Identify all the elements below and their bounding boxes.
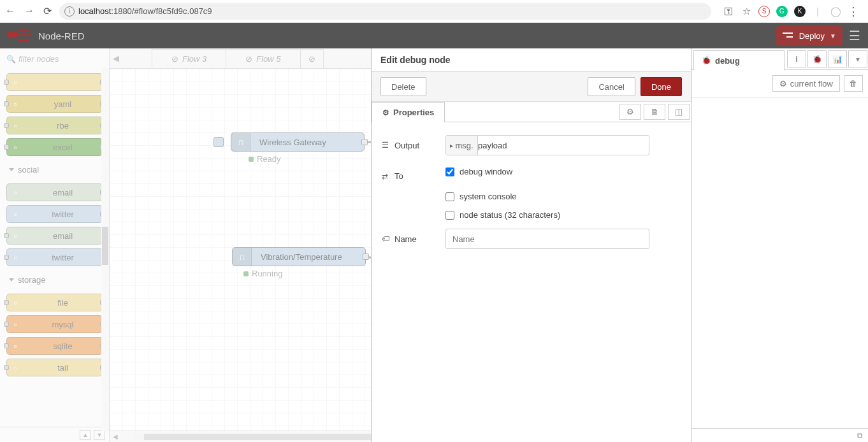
palette-node-twitter[interactable]: ▫twitter bbox=[6, 205, 103, 223]
deploy-label: Deploy bbox=[799, 31, 825, 41]
palette-node-email[interactable]: ▫email bbox=[6, 227, 103, 245]
app-title: Node-RED bbox=[38, 31, 85, 41]
palette-node-file[interactable]: ▫file bbox=[6, 294, 103, 311]
node-label: Wireless Gateway bbox=[250, 138, 335, 147]
list-icon: ☰ bbox=[382, 141, 391, 150]
category-storage[interactable]: storage bbox=[3, 270, 106, 290]
edit-panel-title: Edit debug node bbox=[372, 48, 691, 71]
current-flow-filter[interactable]: ⚙current flow bbox=[772, 75, 840, 92]
node-wireless-gateway[interactable]: ⎍ Wireless Gateway bbox=[231, 132, 365, 152]
serial-icon: ⎍ bbox=[233, 248, 252, 266]
disabled-icon: ⊘ bbox=[308, 54, 315, 64]
output-port[interactable] bbox=[361, 139, 368, 145]
edit-panel: Edit debug node Delete Cancel Done ⚙Prop… bbox=[371, 48, 691, 442]
node-description-button[interactable]: 🗎 bbox=[644, 104, 665, 120]
done-button[interactable]: Done bbox=[640, 77, 682, 96]
palette-node-yaml[interactable]: ▫yaml bbox=[6, 95, 103, 113]
disabled-icon: ⊘ bbox=[245, 54, 252, 64]
filter-placeholder: filter nodes bbox=[18, 54, 59, 64]
url-text: localhost:1880/#flow/f8c5fd9c.087c9 bbox=[78, 6, 212, 16]
properties-tab[interactable]: ⚙Properties bbox=[372, 102, 445, 122]
palette-node-rbe[interactable]: ▫rbe bbox=[6, 117, 103, 134]
flow-tab-partial[interactable]: ⊘ bbox=[300, 49, 324, 68]
nodered-logo-icon bbox=[8, 29, 33, 43]
disabled-icon: ⊘ bbox=[171, 54, 178, 64]
palette-node-mysql[interactable]: ▫mysql bbox=[6, 315, 103, 333]
debug-tab-button[interactable]: 🐞 bbox=[807, 50, 827, 68]
flow-tab-3[interactable]: ⊘Flow 3 bbox=[152, 49, 226, 68]
back-button[interactable]: ← bbox=[5, 5, 15, 17]
debug-messages bbox=[691, 97, 868, 428]
chevron-down-icon: ▼ bbox=[830, 32, 836, 39]
scroll-left-button[interactable]: ◀ bbox=[110, 433, 121, 440]
extension-icon-3[interactable]: K bbox=[794, 6, 806, 17]
extension-icon-2[interactable]: G bbox=[776, 6, 788, 17]
node-vibration-temperature[interactable]: ⎍ Vibration/Temperature bbox=[232, 247, 366, 266]
palette-node-twitter[interactable]: ▫twitter bbox=[6, 248, 103, 266]
palette-node-sqlite[interactable]: ▫sqlite bbox=[6, 337, 103, 355]
node-appearance-button[interactable]: ◫ bbox=[668, 104, 690, 120]
reload-button[interactable]: ⟳ bbox=[43, 5, 52, 17]
profile-icon[interactable]: ◯ bbox=[830, 6, 841, 17]
node-label: Vibration/Temperature bbox=[252, 252, 351, 262]
divider: | bbox=[812, 6, 823, 17]
palette-collapse-button[interactable]: ◀ bbox=[110, 48, 122, 68]
palette-down-button[interactable]: ▼ bbox=[94, 430, 105, 440]
deploy-icon bbox=[783, 31, 794, 40]
palette-node-email[interactable]: ▫email bbox=[6, 183, 103, 201]
browser-menu-icon[interactable]: ⋮ bbox=[848, 6, 859, 17]
palette-node-[interactable]: ▫ bbox=[6, 73, 103, 91]
palette-scrollbar[interactable] bbox=[101, 68, 109, 431]
output-label: Output bbox=[394, 141, 419, 150]
delete-button[interactable]: Delete bbox=[380, 77, 426, 96]
deploy-button[interactable]: Deploy ▼ bbox=[776, 26, 843, 45]
palette-up-button[interactable]: ▲ bbox=[80, 430, 91, 440]
workspace-h-scrollbar[interactable]: ◀ ▶ bbox=[110, 431, 371, 442]
output-field[interactable]: ▸ msg. payload bbox=[445, 135, 649, 155]
node-status: Running bbox=[243, 269, 282, 278]
checkbox-label: system console bbox=[459, 192, 517, 201]
key-icon[interactable]: ⚿ bbox=[723, 6, 734, 17]
name-input[interactable] bbox=[445, 229, 649, 249]
search-icon: 🔍 bbox=[6, 55, 16, 64]
cancel-button[interactable]: Cancel bbox=[588, 77, 635, 96]
url-bar[interactable]: i localhost:1880/#flow/f8c5fd9c.087c9 bbox=[59, 3, 711, 20]
system-console-checkbox[interactable] bbox=[445, 192, 454, 201]
sidebar-panel: 🐞debug i 🐞 📊 ▾ ⚙current flow 🗑 ⧉ bbox=[691, 48, 868, 442]
name-label: Name bbox=[394, 234, 417, 244]
info-tab-button[interactable]: i bbox=[787, 50, 806, 68]
forward-button[interactable]: → bbox=[24, 5, 34, 17]
debug-tab[interactable]: 🐞debug bbox=[693, 50, 785, 70]
output-type-selector[interactable]: ▸ msg. bbox=[446, 136, 478, 155]
node-settings-button[interactable]: ⚙ bbox=[619, 104, 641, 120]
main-menu-button[interactable]: ☰ bbox=[849, 28, 860, 43]
dashboard-tab-button[interactable]: 📊 bbox=[828, 50, 847, 68]
clear-debug-button[interactable]: 🗑 bbox=[844, 75, 863, 92]
debug-window-checkbox[interactable] bbox=[445, 168, 454, 176]
open-window-button[interactable]: ⧉ bbox=[857, 431, 863, 440]
bookmark-star-icon[interactable]: ☆ bbox=[741, 6, 752, 17]
checkbox-label: debug window bbox=[459, 167, 512, 176]
gear-icon: ⚙ bbox=[382, 108, 389, 117]
sidebar-menu-button[interactable]: ▾ bbox=[848, 50, 867, 68]
flow-tab-5[interactable]: ⊘Flow 5 bbox=[226, 49, 300, 68]
output-port[interactable] bbox=[363, 253, 369, 260]
random-icon: ⇄ bbox=[382, 172, 391, 181]
to-label: To bbox=[394, 171, 403, 181]
node-status: Ready bbox=[249, 154, 281, 164]
selection-handle[interactable] bbox=[213, 137, 224, 147]
filter-icon: ⚙ bbox=[779, 79, 787, 89]
extension-icon-1[interactable]: S bbox=[758, 6, 770, 17]
app-header: Node-RED Deploy ▼ ☰ bbox=[0, 23, 868, 48]
palette-node-tail[interactable]: ▫tail bbox=[6, 359, 103, 376]
node-status-checkbox[interactable] bbox=[445, 211, 454, 220]
category-social[interactable]: social bbox=[3, 160, 106, 180]
serial-icon: ⎍ bbox=[231, 133, 250, 151]
bug-icon: 🐞 bbox=[702, 56, 711, 65]
output-value: payload bbox=[478, 141, 507, 150]
palette-filter-input[interactable]: 🔍 filter nodes bbox=[4, 52, 105, 66]
browser-toolbar: ← → ⟳ i localhost:1880/#flow/f8c5fd9c.08… bbox=[0, 0, 868, 23]
palette-node-excel[interactable]: ▫excel bbox=[6, 138, 103, 156]
flow-canvas[interactable]: ⎍ Wireless Gateway Ready ⎍ Vibration/Tem… bbox=[110, 69, 371, 431]
site-info-icon[interactable]: i bbox=[64, 6, 75, 17]
